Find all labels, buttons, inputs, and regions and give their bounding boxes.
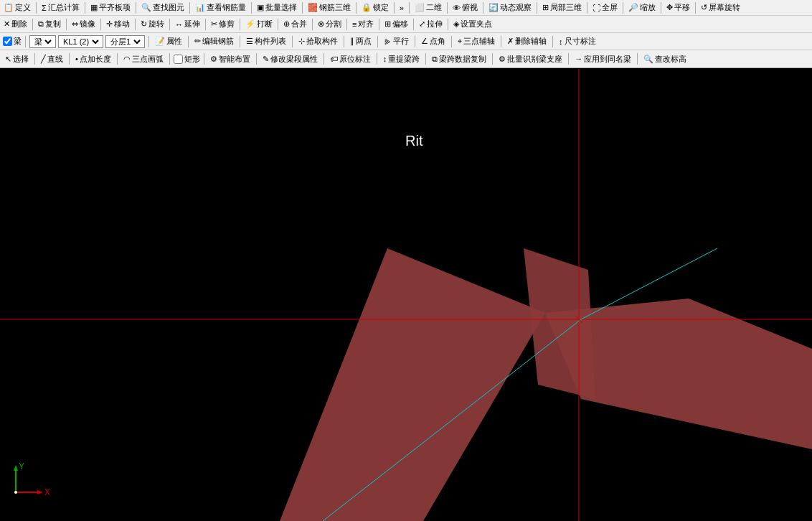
btn-align[interactable]: ≡ 对齐 — [350, 18, 376, 30]
btn-rebar-3d[interactable]: 🧱 钢筋三维 — [306, 1, 353, 14]
btn-three-point-arc[interactable]: ◠ 三点画弧 — [121, 53, 166, 65]
y-axis-arrow — [14, 465, 18, 471]
pick-member-icon: ⊹ — [298, 37, 305, 46]
btn-attr[interactable]: 📝 属性 — [153, 35, 184, 47]
btn-copy-beam-data[interactable]: ⧉ 梁跨数据复制 — [430, 53, 488, 65]
member-list-icon: ☰ — [246, 37, 253, 46]
btn-modify-seg[interactable]: ✎ 修改梁段属性 — [260, 53, 320, 65]
btn-pick-member[interactable]: ⊹ 拾取构件 — [296, 35, 340, 47]
sep1 — [36, 2, 37, 14]
btn-define[interactable]: 📋 定义 — [1, 1, 33, 14]
btn-trim[interactable]: ✂ 修剪 — [209, 18, 237, 30]
sep6 — [302, 2, 303, 14]
sep4 — [189, 2, 190, 14]
btn-merge[interactable]: ⊕ 合并 — [281, 18, 309, 30]
sep-r3-0 — [25, 36, 26, 47]
btn-screen-rotate[interactable]: ↺ 屏幕旋转 — [699, 1, 742, 14]
btn-delete[interactable]: ✕ 删除 — [1, 18, 29, 30]
x-axis-arrow — [37, 490, 43, 494]
sep5 — [251, 2, 252, 14]
layer-select[interactable]: 分层1 — [108, 37, 143, 47]
btn-2d[interactable]: ⬜ 二维 — [412, 1, 444, 14]
original-dim-icon: 🏷 — [330, 55, 338, 63]
modify-seg-icon: ✎ — [263, 55, 269, 64]
btn-select[interactable]: ↖ 选择 — [3, 53, 31, 65]
btn-lift-beam[interactable]: ↕ 重提梁跨 — [381, 53, 422, 65]
btn-add-point-len[interactable]: • 点加长度 — [73, 53, 113, 65]
rit-label: Rit — [405, 133, 423, 149]
sep10 — [447, 2, 448, 14]
dropdown-layer[interactable]: 分层1 — [105, 35, 145, 48]
btn-zoom[interactable]: 🔎 缩放 — [626, 1, 658, 14]
lock-icon: 🔒 — [362, 3, 372, 12]
btn-more[interactable]: » — [397, 3, 406, 13]
btn-divide[interactable]: ⊗ 分割 — [316, 18, 344, 30]
align-icon: ≡ — [352, 20, 357, 29]
btn-view-rebar[interactable]: 📊 查看钢筋量 — [193, 1, 248, 14]
btn-dynamic-obs[interactable]: 🔄 动态观察 — [486, 1, 534, 14]
btn-two-point[interactable]: ∥ 两点 — [348, 35, 374, 47]
dropdown-beam-name[interactable]: KL1 (2) — [58, 35, 103, 48]
btn-parallel[interactable]: ⫸ 平行 — [382, 35, 411, 47]
dropdown-beam-type[interactable]: 梁 — [29, 35, 56, 48]
point-angle-icon: ∠ — [421, 37, 428, 46]
sep-r4-4 — [169, 53, 170, 65]
smart-layout-icon: ⚙ — [210, 55, 217, 64]
btn-edit-rebar[interactable]: ✏ 编辑钢筋 — [192, 35, 236, 47]
sep-r2-10 — [346, 19, 347, 30]
btn-move[interactable]: ✛ 移动 — [104, 18, 132, 30]
btn-copy[interactable]: ⧉ 复制 — [36, 18, 63, 30]
btn-stretch[interactable]: ⤢ 拉伸 — [417, 18, 445, 30]
btn-view-label[interactable]: 🔍 查改标高 — [641, 53, 689, 65]
sep-r4-3 — [117, 53, 118, 65]
btn-flatplate[interactable]: ▦ 平齐板项 — [88, 1, 133, 14]
rect-checkbox[interactable] — [174, 55, 183, 64]
beam-name-select[interactable]: KL1 (2) — [60, 37, 101, 47]
beam-checkbox-container[interactable]: 梁 — [3, 36, 22, 47]
btn-setpoint[interactable]: ◈ 设置夹点 — [451, 18, 494, 30]
btn-cut[interactable]: ⚡ 打断 — [243, 18, 275, 30]
view-rebar-icon: 📊 — [195, 3, 205, 12]
btn-member-list[interactable]: ☰ 构件列表 — [244, 35, 288, 47]
btn-three-point-axis[interactable]: ⌖ 三点辅轴 — [455, 35, 497, 47]
btn-lock[interactable]: 🔒 锁定 — [359, 1, 391, 14]
straight-line-icon: ╱ — [41, 55, 46, 64]
x-axis-label: X — [44, 487, 50, 497]
btn-local3d[interactable]: ⊞ 局部三维 — [540, 1, 584, 14]
btn-topview[interactable]: 👁 俯视 — [450, 1, 480, 14]
sep-r3-5 — [344, 36, 344, 47]
canvas-area[interactable]: Rit Y X — [0, 69, 812, 521]
btn-dim-note[interactable]: ↕ 尺寸标注 — [557, 35, 598, 47]
btn-point-angle[interactable]: ∠ 点角 — [419, 35, 448, 47]
sep-r4-9 — [425, 53, 426, 65]
rect-checkbox-container[interactable]: 矩形 — [174, 54, 200, 65]
sep11 — [483, 2, 483, 14]
btn-offset[interactable]: ⊞ 偏移 — [382, 18, 410, 30]
btn-mirror[interactable]: ⇔ 镜像 — [70, 18, 98, 30]
btn-batch-identify[interactable]: ⚙ 批量识别梁支座 — [496, 53, 565, 65]
btn-original-dim[interactable]: 🏷 原位标注 — [328, 53, 373, 65]
lift-beam-icon: ↕ — [383, 55, 387, 63]
btn-find-drawing[interactable]: 🔍 查找图元 — [139, 1, 187, 14]
btn-smart-layout[interactable]: ⚙ 智能布置 — [208, 53, 252, 65]
btn-pan[interactable]: ✥ 平移 — [664, 1, 692, 14]
flatplate-icon: ▦ — [90, 3, 98, 12]
merge-icon: ⊕ — [283, 19, 290, 29]
canvas-svg: Rit Y X — [0, 69, 812, 521]
dynamic-icon: 🔄 — [488, 3, 499, 12]
btn-fullscreen[interactable]: ⛶ 全屏 — [590, 1, 620, 14]
toolbar-row4: ↖ 选择 ╱ 直线 • 点加长度 ◠ 三点画弧 矩形 ⚙ 智能布置 ✎ — [0, 50, 812, 67]
btn-straight-line[interactable]: ╱ 直线 — [39, 53, 65, 65]
sep8 — [394, 2, 395, 14]
sep-r2-9 — [312, 19, 313, 30]
sep-r4-8 — [377, 53, 377, 65]
btn-apply-same[interactable]: → 应用到同名梁 — [572, 53, 633, 65]
btn-rotate[interactable]: ↻ 旋转 — [138, 18, 166, 30]
sep-r4-11 — [568, 53, 569, 65]
btn-calc[interactable]: Σ 汇总计算 — [39, 1, 82, 14]
beam-checkbox[interactable] — [3, 37, 12, 46]
btn-batch-select[interactable]: ▣ 批量选择 — [255, 1, 299, 14]
btn-extend[interactable]: ↔ 延伸 — [173, 18, 202, 30]
beam-type-select[interactable]: 梁 — [32, 37, 54, 47]
btn-del-axis[interactable]: ✗ 删除辅轴 — [505, 35, 549, 47]
